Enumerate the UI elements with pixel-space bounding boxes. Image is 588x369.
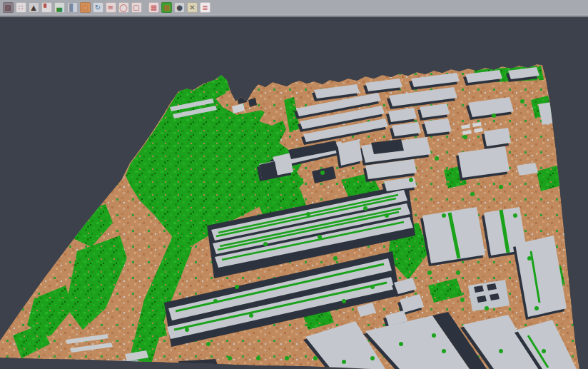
marker-icon[interactable]: ▘ <box>41 2 52 13</box>
globe-icon[interactable]: ↻ <box>93 2 103 13</box>
ground-class-icon[interactable]: ▢ <box>80 2 91 13</box>
list-icon[interactable]: ≡ <box>106 2 116 13</box>
circle-select-icon[interactable]: ◯ <box>118 2 129 13</box>
viewport-3d-point-cloud[interactable] <box>0 18 588 369</box>
points-icon[interactable]: ∷ <box>16 2 26 13</box>
export-icon[interactable]: ≣ <box>200 2 211 13</box>
profile-icon[interactable]: ▋ <box>67 2 78 13</box>
mesh-icon[interactable]: ▨ <box>3 2 14 13</box>
terrain-icon[interactable]: ▲ <box>29 2 39 13</box>
grid-icon[interactable]: ▦ <box>148 2 159 13</box>
sphere-icon[interactable]: ● <box>174 2 185 13</box>
annotation-icon[interactable]: ✕ <box>187 2 198 13</box>
toolbar: ▨∷▲▘▄▋▢↻≡◯▢▦▩●✕≣ <box>0 0 588 14</box>
classification-icon[interactable]: ▩ <box>161 2 172 13</box>
hill-icon[interactable]: ▄ <box>54 2 65 13</box>
extent-icon[interactable]: ▢ <box>131 2 142 13</box>
app-window: ▨∷▲▘▄▋▢↻≡◯▢▦▩●✕≣ <box>0 0 588 369</box>
